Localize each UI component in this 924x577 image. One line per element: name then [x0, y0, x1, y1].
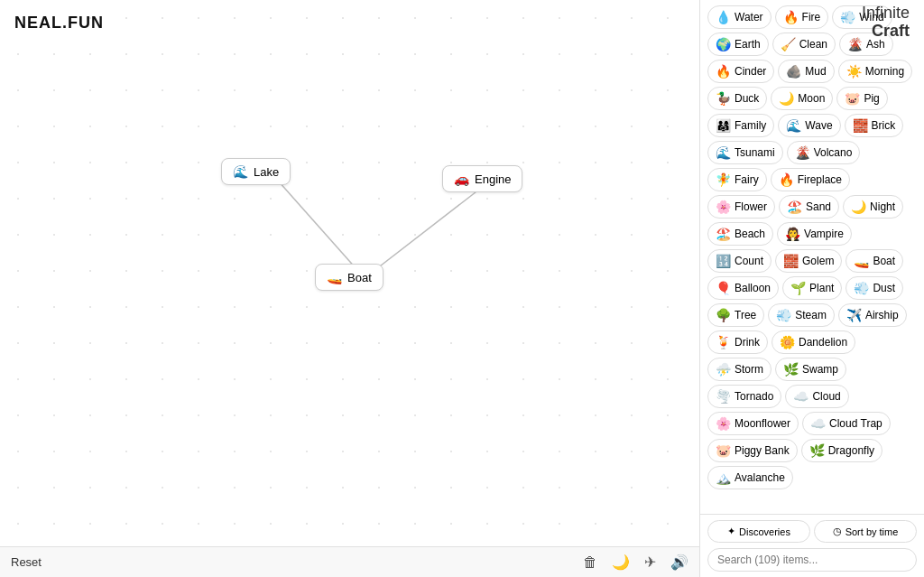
item-label: Sand — [806, 200, 831, 213]
sidebar-item[interactable]: 💨Steam — [768, 303, 835, 327]
item-label: Wave — [805, 119, 832, 132]
item-emoji: 🏔️ — [716, 470, 731, 485]
sidebar-item[interactable]: ✈️Airship — [838, 303, 907, 327]
item-emoji: 🌿 — [809, 443, 825, 458]
sidebar-item[interactable]: ☀️Morning — [838, 60, 912, 83]
item-emoji: 🌳 — [716, 308, 731, 322]
sidebar-item[interactable]: ☁️Cloud Trap — [802, 412, 891, 435]
moon-icon[interactable]: 🌙 — [612, 554, 630, 571]
sidebar-item[interactable]: 🌊Tsunami — [707, 141, 783, 164]
canvas-label: Boat — [347, 271, 372, 284]
volume-icon[interactable]: 🔊 — [670, 554, 688, 571]
canvas-area[interactable]: 🌊Lake🚗Engine🚤Boat — [0, 0, 699, 546]
sidebar-item[interactable]: 🌸Moonflower — [707, 412, 799, 435]
item-label: Boat — [873, 255, 895, 267]
item-label: Night — [870, 200, 895, 213]
sidebar-item[interactable]: 🧛Vampire — [777, 222, 852, 246]
sidebar-item[interactable]: 🌙Moon — [771, 87, 833, 110]
item-label: Cloud — [812, 390, 840, 403]
bottom-icons: 🗑 🌙 ✈ 🔊 — [583, 554, 688, 571]
item-label: Family — [735, 119, 766, 132]
sidebar-item[interactable]: 🌊Wave — [778, 114, 840, 137]
brand-line1: Infinite — [862, 5, 910, 23]
sidebar-item[interactable]: 🌿Swamp — [775, 358, 846, 381]
sidebar-scroll[interactable]: 💧Water🔥Fire💨Wind🌍Earth🧹Clean🌋Ash🔥Cinder🪨… — [700, 0, 924, 514]
sidebar-item[interactable]: 🌸Flower — [707, 195, 775, 219]
sidebar-item[interactable]: 🧚Fairy — [707, 168, 767, 191]
item-label: Pig — [864, 92, 879, 105]
item-label: Airship — [865, 309, 899, 321]
item-label: Count — [735, 255, 763, 267]
sidebar-item[interactable]: 🦆Duck — [707, 87, 767, 110]
sidebar-item[interactable]: 🧱Golem — [775, 249, 842, 273]
item-emoji: 🌊 — [786, 118, 801, 133]
sidebar-bottom-buttons: ✦ Discoveries ◷ Sort by time — [707, 520, 917, 543]
item-label: Balloon — [735, 282, 771, 294]
canvas-item-engine[interactable]: 🚗Engine — [442, 165, 522, 192]
search-input[interactable] — [707, 548, 917, 572]
item-emoji: 👨‍👩‍👧 — [716, 118, 731, 133]
sidebar-item[interactable]: 🐷Piggy Bank — [707, 439, 798, 462]
item-emoji: 🌊 — [716, 145, 731, 160]
canvas-item-lake[interactable]: 🌊Lake — [221, 158, 291, 185]
sidebar-item[interactable]: 🌙Night — [843, 195, 903, 219]
discoveries-button[interactable]: ✦ Discoveries — [707, 520, 810, 543]
sidebar-item[interactable]: 👨‍👩‍👧Family — [707, 114, 774, 137]
sidebar-item[interactable]: 🧱Brick — [845, 114, 904, 137]
item-emoji: 🧱 — [853, 118, 868, 133]
item-emoji: 🍹 — [716, 335, 731, 349]
sidebar-item[interactable]: 🪨Mud — [778, 60, 834, 83]
header: NEAL.FUN Infinite Craft — [0, 0, 924, 45]
item-label: Golem — [802, 255, 834, 267]
sidebar-item[interactable]: 🌿Dragonfly — [801, 439, 882, 462]
bottom-bar: Reset 🗑 🌙 ✈ 🔊 — [0, 546, 699, 577]
sidebar-item[interactable]: 🏔️Avalanche — [707, 466, 793, 489]
item-label: Duck — [735, 92, 759, 105]
sidebar-item[interactable]: 🔥Cinder — [707, 60, 774, 83]
sidebar-item[interactable]: 🍹Drink — [707, 330, 768, 354]
sidebar-item[interactable]: 🐷Pig — [836, 87, 887, 110]
trash-icon[interactable]: 🗑 — [583, 554, 597, 571]
item-emoji: 🌙 — [851, 200, 866, 214]
sidebar-item[interactable]: 🎈Balloon — [707, 276, 779, 300]
item-label: Fairy — [735, 173, 759, 186]
item-label: Fireplace — [798, 173, 842, 186]
sidebar-item[interactable]: 🌪️Tornado — [707, 385, 781, 408]
item-label: Flower — [735, 200, 767, 213]
sidebar-item[interactable]: ⛈️Storm — [707, 358, 772, 381]
share-icon[interactable]: ✈ — [644, 554, 656, 571]
item-emoji: 🐷 — [716, 443, 731, 458]
item-label: Drink — [735, 336, 760, 349]
item-label: Cinder — [735, 65, 766, 78]
canvas-emoji: 🚤 — [327, 270, 342, 284]
sidebar-item[interactable]: 🏖️Beach — [707, 222, 773, 246]
sidebar-item[interactable]: ☁️Cloud — [785, 385, 848, 408]
item-emoji: 🌸 — [716, 416, 731, 431]
brand-title: Infinite Craft — [862, 5, 910, 41]
sidebar-item[interactable]: 🚤Boat — [845, 249, 903, 273]
item-label: Mud — [805, 65, 826, 78]
sidebar-item[interactable]: 🌋Volcano — [787, 141, 861, 164]
reset-button[interactable]: Reset — [11, 555, 42, 569]
sidebar-item[interactable]: 🔥Fireplace — [771, 168, 850, 191]
item-emoji: 🪨 — [786, 64, 801, 79]
item-label: Dragonfly — [828, 444, 874, 457]
sidebar-item[interactable]: 💨Dust — [845, 276, 903, 300]
item-label: Beach — [735, 228, 765, 240]
sort-button[interactable]: ◷ Sort by time — [814, 520, 917, 543]
canvas-item-boat[interactable]: 🚤Boat — [315, 264, 383, 291]
sidebar-item[interactable]: 🌳Tree — [707, 303, 764, 327]
sidebar-item[interactable]: 🏖️Sand — [779, 195, 839, 219]
item-emoji: ☁️ — [793, 389, 808, 404]
item-emoji: 🐷 — [845, 91, 860, 106]
sidebar-item[interactable]: 🔢Count — [707, 249, 772, 273]
sidebar-footer: ✦ Discoveries ◷ Sort by time — [700, 514, 924, 577]
sidebar-item[interactable]: 🌱Plant — [782, 276, 842, 300]
item-grid: 💧Water🔥Fire💨Wind🌍Earth🧹Clean🌋Ash🔥Cinder🪨… — [707, 5, 917, 489]
clock-icon: ◷ — [833, 526, 842, 537]
item-emoji: 🌸 — [716, 200, 731, 214]
item-emoji: 🌋 — [795, 145, 810, 160]
item-label: Brick — [872, 119, 896, 132]
sidebar-item[interactable]: 🌼Dandelion — [772, 330, 855, 354]
item-label: Dust — [873, 282, 895, 294]
